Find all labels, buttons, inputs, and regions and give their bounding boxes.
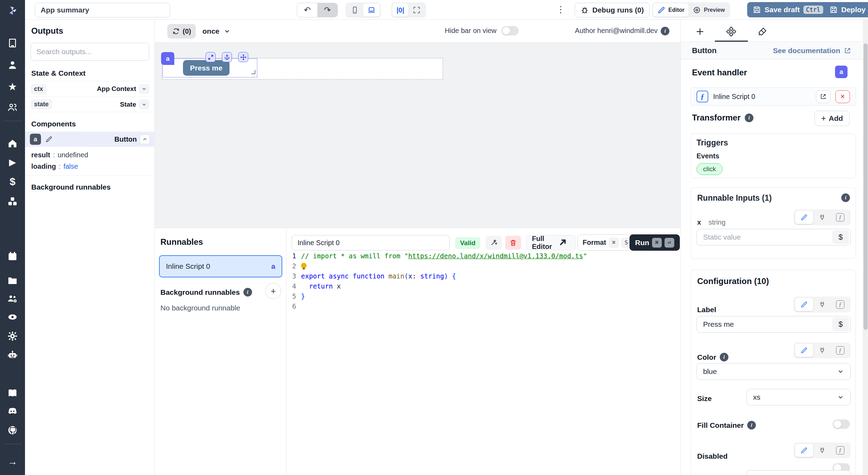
code-line[interactable]: 5} bbox=[286, 291, 678, 301]
ai-wand-button[interactable] bbox=[486, 236, 502, 250]
add-background-runnable-button[interactable]: + bbox=[265, 283, 281, 299]
info-icon[interactable] bbox=[745, 114, 753, 122]
resize-corner-handle[interactable] bbox=[251, 70, 256, 74]
tab-editor[interactable]: Editor bbox=[653, 3, 688, 17]
docs-book-icon[interactable] bbox=[0, 385, 25, 401]
state-row[interactable]: state State bbox=[25, 97, 155, 112]
size-select[interactable]: xs bbox=[746, 389, 851, 406]
rename-pencil-icon[interactable] bbox=[45, 135, 53, 143]
static-mode-button[interactable] bbox=[795, 211, 813, 224]
workers-icon[interactable] bbox=[0, 291, 25, 307]
info-icon[interactable] bbox=[747, 421, 756, 430]
code-line[interactable]: 2 bbox=[286, 261, 678, 271]
component-a-header[interactable]: a Button bbox=[25, 132, 155, 147]
code-line[interactable]: 6 bbox=[286, 301, 678, 311]
fullscreen-button[interactable] bbox=[408, 3, 425, 17]
expand-icon bbox=[412, 6, 421, 14]
groups-icon[interactable] bbox=[0, 99, 25, 116]
label-value-input[interactable] bbox=[697, 316, 832, 332]
user-icon[interactable] bbox=[0, 57, 25, 73]
info-icon[interactable] bbox=[720, 353, 728, 361]
code-lines[interactable]: 1// import * as wmill from "https://deno… bbox=[286, 251, 678, 475]
tab-add-component[interactable] bbox=[688, 23, 712, 41]
eval-mode-button[interactable]: ƒ bbox=[831, 211, 849, 224]
eval-mode-button[interactable]: ƒ bbox=[831, 298, 849, 311]
open-script-button[interactable] bbox=[816, 90, 831, 103]
resources-cubes-icon[interactable] bbox=[0, 193, 25, 210]
info-icon[interactable] bbox=[841, 193, 850, 202]
color-select[interactable]: blue bbox=[696, 363, 851, 380]
fill-container-toggle[interactable] bbox=[833, 419, 850, 429]
desktop-view-button[interactable] bbox=[363, 3, 380, 17]
connect-mode-button[interactable] bbox=[813, 344, 831, 357]
add-transformer-button[interactable]: + Add bbox=[815, 111, 850, 126]
workspace-icon[interactable] bbox=[0, 35, 25, 51]
windmill-logo-icon[interactable] bbox=[0, 2, 25, 19]
delete-script-button[interactable] bbox=[505, 236, 521, 250]
see-documentation-link[interactable]: See documentation bbox=[773, 47, 851, 55]
panel-scrollbar[interactable] bbox=[863, 20, 868, 475]
code-line[interactable]: 1// import * as wmill from "https://deno… bbox=[286, 251, 678, 261]
home-icon[interactable] bbox=[0, 135, 25, 152]
connect-mode-button[interactable] bbox=[813, 444, 831, 457]
app-summary-input[interactable] bbox=[35, 3, 170, 17]
format-button[interactable]: Format ⌘ S bbox=[577, 234, 636, 251]
static-mode-button[interactable] bbox=[795, 344, 813, 357]
debug-runs-button[interactable]: Debug runs (0) bbox=[575, 3, 650, 17]
eval-mode-button[interactable]: ƒ bbox=[831, 344, 849, 357]
settings-gear-icon[interactable] bbox=[0, 328, 25, 344]
ctx-expand-button[interactable] bbox=[139, 84, 149, 94]
runnable-item-inline-script-0[interactable]: Inline Script 0 a bbox=[159, 255, 282, 277]
script-name-input[interactable] bbox=[292, 235, 450, 250]
tab-preview[interactable]: Preview bbox=[688, 3, 729, 17]
code-line[interactable]: 4 return x bbox=[286, 281, 678, 291]
eval-mode-button[interactable]: ƒ bbox=[831, 444, 849, 457]
ai-robot-icon[interactable] bbox=[0, 347, 25, 363]
variables-dollar-icon[interactable]: $ bbox=[0, 173, 25, 190]
hide-bar-toggle[interactable] bbox=[501, 26, 519, 35]
github-icon[interactable] bbox=[0, 422, 25, 439]
audit-eye-icon[interactable] bbox=[0, 309, 25, 325]
mobile-view-button[interactable] bbox=[347, 3, 363, 17]
more-menu-button[interactable]: ⋮ bbox=[556, 4, 565, 15]
tab-styling[interactable] bbox=[750, 23, 775, 41]
search-outputs-input[interactable] bbox=[31, 43, 149, 61]
code-line[interactable]: 3export async function main(x: string) { bbox=[286, 271, 678, 281]
undo-button[interactable]: ↶ bbox=[297, 3, 317, 17]
template-dollar-button[interactable]: $ bbox=[832, 230, 849, 244]
template-dollar-button[interactable]: $ bbox=[832, 317, 849, 331]
center-align-button[interactable]: |0| bbox=[392, 3, 408, 17]
runs-play-icon[interactable]: ▶ bbox=[0, 154, 25, 170]
anchor-handle[interactable] bbox=[222, 52, 232, 62]
favorites-star-icon[interactable]: ★ bbox=[0, 78, 25, 95]
press-me-button[interactable]: Press me bbox=[183, 60, 229, 76]
scrollbar-thumb[interactable] bbox=[863, 43, 868, 330]
static-mode-button[interactable] bbox=[795, 298, 813, 311]
connect-mode-button[interactable] bbox=[813, 211, 831, 224]
deploy-button[interactable]: Deploy bbox=[824, 2, 868, 17]
redo-button[interactable]: ↷ bbox=[317, 3, 337, 17]
refresh-runs-button[interactable]: (0) bbox=[167, 24, 196, 39]
run-button[interactable]: Run ⌘ ⏎ bbox=[629, 234, 680, 251]
tab-component-settings[interactable] bbox=[719, 23, 743, 41]
schedule-mode-select[interactable]: once bbox=[198, 24, 235, 39]
connect-mode-button[interactable] bbox=[813, 298, 831, 311]
info-icon[interactable] bbox=[243, 288, 252, 297]
author-info-icon[interactable] bbox=[661, 27, 669, 35]
static-value-input[interactable] bbox=[697, 229, 832, 245]
event-handler-script-row[interactable]: ƒ Inline Script 0 × bbox=[691, 88, 856, 106]
component-collapse-button[interactable] bbox=[140, 134, 150, 144]
discord-icon[interactable] bbox=[0, 403, 25, 419]
static-mode-button[interactable] bbox=[795, 444, 813, 457]
collapse-arrow-icon[interactable]: → bbox=[0, 453, 25, 470]
schedules-calendar-icon[interactable] bbox=[0, 248, 25, 265]
full-editor-button[interactable]: Full Editor bbox=[526, 235, 576, 250]
move-handle[interactable] bbox=[238, 52, 248, 62]
before-icon-select[interactable] bbox=[746, 470, 851, 475]
lightbulb-icon[interactable] bbox=[301, 263, 307, 268]
remove-script-button[interactable]: × bbox=[835, 90, 850, 103]
expand-handle[interactable] bbox=[206, 52, 216, 62]
ctx-row[interactable]: ctx App Context bbox=[25, 81, 155, 97]
folders-icon[interactable] bbox=[0, 272, 25, 289]
state-expand-button[interactable] bbox=[139, 100, 149, 109]
